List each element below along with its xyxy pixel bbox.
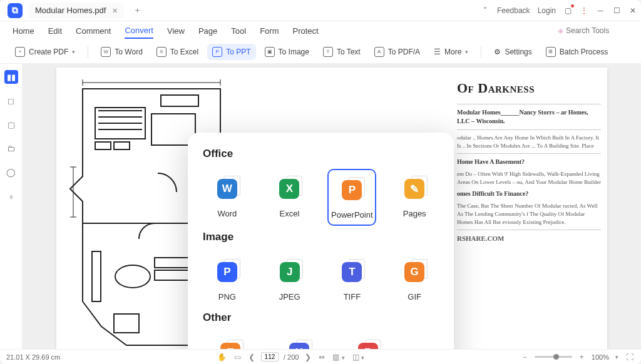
dropdown-icon[interactable]: ˅ [481,6,490,15]
bookmark-icon[interactable]: ◻ [4,94,18,108]
app-logo[interactable]: ⧉ [8,3,23,18]
convert-option-powerpoint[interactable]: PPowerPoint [327,169,376,226]
search-icon[interactable]: ◯ [4,165,18,179]
convert-option-tiff[interactable]: TTIFF [328,252,377,306]
app-window: ⧉ Modular Homes.pdf × + ˅ Feedback Login… [0,0,641,364]
divider [88,46,88,58]
to-excel-button[interactable]: XTo Excel [151,44,203,60]
option-label: JPEG [279,292,300,301]
file-icon: P [212,257,242,287]
menu-dots-icon[interactable]: ⋮ [580,6,588,15]
option-label: PowerPoint [331,210,372,220]
file-icon: W [212,174,242,204]
document-tab[interactable]: Modular Homes.pdf × [29,3,124,19]
convert-option-text[interactable]: TText [203,333,258,349]
convert-option-html[interactable]: HHTML [272,333,327,349]
svg-rect-7 [161,95,198,106]
zoom-in-icon[interactable]: + [578,353,585,361]
menubar: Home Edit Comment Convert View Page Tool… [0,21,641,40]
menu-edit[interactable]: Edit [48,26,62,36]
file-icon: G [399,257,429,287]
convert-option-gif[interactable]: GGIF [390,252,439,306]
option-label: Word [217,209,237,218]
attachments-icon[interactable]: 🗀 [4,141,18,155]
left-sidebar: ▮▮ ◻ ▢ 🗀 ◯ ⬨ [0,64,23,349]
file-icon: ✎ [399,174,429,204]
file-icon: X [274,174,304,204]
menu-tool[interactable]: Tool [231,26,246,36]
to-pdfa-button[interactable]: ATo PDF/A [369,44,425,60]
convert-option-excel[interactable]: XExcel [265,169,314,226]
close-button[interactable]: ✕ [628,6,637,15]
section-other-title: Other [203,311,439,324]
menu-home[interactable]: Home [13,26,34,36]
office-grid: WWordXExcelPPowerPoint✎Pages [203,169,439,226]
create-pdf-button[interactable]: +Create PDF ▾ [10,44,80,60]
convert-option-pages[interactable]: ✎Pages [390,169,439,226]
more-button[interactable]: ☰ More ▾ [429,44,473,59]
convert-option-png[interactable]: PPNG [203,252,252,306]
zoom-slider[interactable] [535,356,572,358]
view-mode-icon[interactable]: ◫ ▾ [351,353,366,361]
layers-icon[interactable]: ⬨ [4,189,18,203]
svg-rect-11 [155,258,189,268]
convert-option-rtf[interactable]: RRTF [341,333,396,349]
feedback-link[interactable]: Feedback [497,6,530,15]
option-label: GIF [408,292,421,301]
minimize-button[interactable]: ─ [596,6,605,15]
doc-heading: Of Darkness [457,80,601,96]
layout-icon[interactable]: ▥ ▾ [331,353,346,361]
search-tools[interactable]: ◈ [558,26,628,35]
other-grid: TTextHHTMLRRTF [203,333,439,349]
section-image-title: Image [203,231,439,243]
to-ppt-button[interactable]: PTo PPT [207,44,255,60]
batch-process-button[interactable]: ⊞Batch Process [541,44,613,60]
menu-convert[interactable]: Convert [125,26,153,39]
statusbar: 21.01 X 29.69 cm ✋ ▭ ❮ / 200 ❯ ⇔ ▥ ▾ ◫ ▾… [0,349,641,364]
add-tab-button[interactable]: + [130,3,145,18]
menu-form[interactable]: Form [260,26,279,36]
tab-title: Modular Homes.pdf [35,6,106,15]
page-dimensions: 21.01 X 29.69 cm [6,353,60,361]
thumbnails-icon[interactable]: ▮▮ [4,70,18,84]
zoom-level[interactable]: 100% [592,353,609,361]
toolbar: +Create PDF ▾ WTo Word XTo Excel PTo PPT… [0,40,641,64]
maximize-button[interactable]: ☐ [612,6,621,15]
svg-rect-6 [114,142,130,149]
select-tool-icon[interactable]: ▭ [233,353,242,361]
svg-rect-5 [95,142,111,149]
menu-comment[interactable]: Comment [76,26,111,36]
gear-icon: ⚙ [494,48,501,56]
page-number-input[interactable] [261,352,279,361]
menu-view[interactable]: View [167,26,185,36]
option-label: PNG [218,292,236,301]
menu-page[interactable]: Page [198,26,217,36]
page-total: / 200 [284,353,299,361]
hand-tool-icon[interactable]: ✋ [216,353,228,361]
login-link[interactable]: Login [538,6,556,15]
close-icon[interactable]: × [112,6,117,16]
notification-icon[interactable]: ▢ [563,6,572,15]
svg-rect-12 [155,270,189,280]
convert-option-jpeg[interactable]: JJPEG [265,252,314,306]
file-icon: H [284,338,314,349]
to-text-button[interactable]: TTo Text [318,44,366,60]
prev-page-icon[interactable]: ❮ [247,353,256,361]
svg-rect-13 [92,251,101,301]
content-area: ▮▮ ◻ ▢ 🗀 ◯ ⬨ [0,64,641,349]
settings-button[interactable]: ⚙Settings [489,44,536,59]
fit-width-icon[interactable]: ⇔ [317,353,326,361]
menu-protect[interactable]: Protect [293,26,319,36]
to-image-button[interactable]: ▣To Image [260,44,314,60]
next-page-icon[interactable]: ❯ [304,353,312,361]
comments-icon[interactable]: ▢ [4,118,18,131]
divider [481,46,481,58]
search-tools-input[interactable] [566,26,628,35]
fullscreen-icon[interactable]: ⛶ [625,353,635,361]
to-word-button[interactable]: WTo Word [96,44,147,60]
option-label: TIFF [344,292,361,301]
option-label: Pages [403,209,426,218]
zoom-out-icon[interactable]: − [521,353,528,361]
convert-option-word[interactable]: WWord [203,169,252,226]
option-label: Excel [280,209,300,218]
